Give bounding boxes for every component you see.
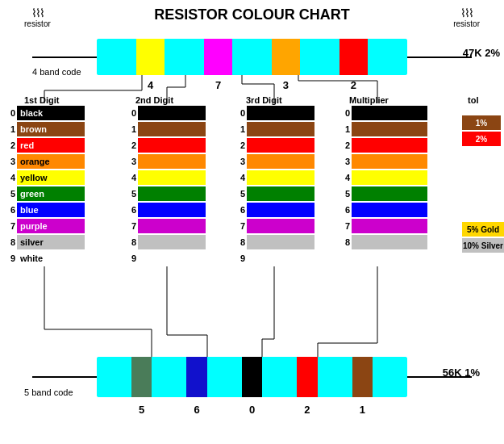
- list-item: 8: [125, 234, 206, 249]
- list-item: 6: [339, 202, 427, 217]
- list-item: 7: [125, 218, 206, 233]
- color-swatch: [352, 203, 427, 217]
- gold-silver-box: 5% Gold10% Silver: [462, 222, 504, 254]
- color-number: 0: [4, 108, 15, 118]
- color-number: 2: [4, 140, 15, 150]
- band5-body: [97, 357, 407, 397]
- color-swatch: green: [17, 186, 85, 201]
- color-number: 6: [234, 205, 245, 215]
- color-number: 1: [4, 124, 15, 134]
- color-number: 2: [125, 140, 136, 150]
- color-swatch: [247, 219, 314, 233]
- band5-seg-4: [318, 357, 352, 397]
- list-item: 3: [339, 153, 427, 169]
- color-number: 6: [339, 205, 350, 215]
- col-header-mult: Multiplier: [349, 95, 389, 105]
- color-number: 7: [4, 221, 15, 231]
- list-item: 0: [125, 105, 206, 120]
- color-swatch: [247, 122, 314, 136]
- band4-seg-yellow: [136, 39, 165, 75]
- band5-seg-red: [297, 357, 318, 397]
- color-swatch: orange: [17, 154, 85, 169]
- color-number: 5: [125, 189, 136, 199]
- band4-digit-3: 3: [272, 79, 300, 91]
- color-swatch: [247, 106, 314, 120]
- band5-resistor: 5 band code 56K 1%: [97, 357, 407, 397]
- color-swatch: [247, 235, 314, 249]
- list-item: 4: [234, 170, 314, 185]
- band5-spacer-3: [262, 404, 297, 416]
- band4-spacer-2: [232, 79, 272, 91]
- gold-silver-row: 10% Silver: [462, 238, 504, 253]
- list-item: 2: [339, 137, 427, 153]
- list-item: 0: [234, 105, 314, 120]
- col-header-tol: tol: [468, 95, 478, 105]
- color-swatch: [138, 138, 206, 153]
- zigzag-right: ⌇⌇⌇: [453, 6, 480, 19]
- color-number: 7: [125, 221, 136, 231]
- color-number: 7: [234, 221, 245, 231]
- color-swatch: [352, 186, 427, 201]
- color-table-3rd: 0123456789: [234, 105, 314, 266]
- tolerance-row: 2%: [462, 132, 501, 146]
- list-item: 7: [339, 218, 427, 233]
- col-header-3rd: 3rd Digit: [246, 95, 282, 105]
- band5-seg-5: [373, 357, 407, 397]
- list-item: 3: [234, 153, 314, 169]
- resistor-right: ⌇⌇⌇ resistor: [453, 6, 480, 28]
- color-swatch: [138, 122, 206, 136]
- color-number: 8: [125, 237, 136, 247]
- list-item: 1: [234, 121, 314, 136]
- color-swatch: [352, 122, 427, 136]
- color-table-1st: 0black1brown2red3orange4yellow5green6blu…: [4, 105, 85, 266]
- band5-digit-3: 0: [242, 404, 263, 416]
- color-number: 0: [339, 108, 350, 118]
- color-swatch: [138, 154, 206, 169]
- list-item: 5: [234, 186, 314, 201]
- color-table-2nd: 0123456789: [125, 105, 206, 266]
- color-number: 7: [339, 221, 350, 231]
- band4-seg-magenta: [204, 39, 232, 75]
- color-swatch: white: [17, 251, 85, 266]
- band4-digit-1: 4: [136, 79, 165, 91]
- list-item: 8silver: [4, 234, 85, 249]
- band5-seg-brown: [352, 357, 373, 397]
- band4-digit-4: 2: [339, 79, 368, 91]
- list-item: 6: [234, 202, 314, 217]
- band4-label: 4 band code: [32, 67, 81, 77]
- color-number: 1: [339, 124, 350, 134]
- band5-value: 56K 1%: [443, 367, 480, 379]
- band5-spacer-0: [97, 404, 131, 416]
- color-number: 9: [125, 253, 136, 263]
- color-swatch: [138, 186, 206, 201]
- color-swatch: [352, 219, 427, 233]
- page-title: RESISTOR COLOUR CHART: [0, 2, 504, 23]
- tolerance-box: 1%2%: [462, 115, 501, 148]
- band5-seg-3: [262, 357, 297, 397]
- color-number: 8: [4, 237, 15, 247]
- color-swatch: [138, 235, 206, 249]
- color-swatch: [247, 251, 314, 266]
- page-container: RESISTOR COLOUR CHART ⌇⌇⌇ resistor ⌇⌇⌇ r…: [0, 0, 504, 444]
- band5-seg-blue: [186, 357, 207, 397]
- color-number: 5: [339, 189, 350, 199]
- color-number: 2: [339, 140, 350, 150]
- tolerance-row: 1%: [462, 115, 501, 130]
- color-swatch: [138, 219, 206, 233]
- color-number: 6: [4, 205, 15, 215]
- color-swatch: [352, 154, 427, 169]
- resistor-right-label: resistor: [453, 19, 480, 28]
- list-item: 7: [234, 218, 314, 233]
- color-swatch: red: [17, 138, 85, 153]
- list-item: 1brown: [4, 121, 85, 136]
- color-number: 3: [339, 157, 350, 166]
- list-item: 0: [339, 105, 427, 120]
- list-item: 9white: [4, 250, 85, 266]
- band5-digit-1: 5: [131, 404, 152, 416]
- list-item: 4: [339, 170, 427, 185]
- color-swatch: [247, 186, 314, 201]
- color-swatch: purple: [17, 219, 85, 233]
- band5-seg-2: [207, 357, 242, 397]
- color-number: 3: [125, 157, 136, 166]
- list-item: 0black: [4, 105, 85, 120]
